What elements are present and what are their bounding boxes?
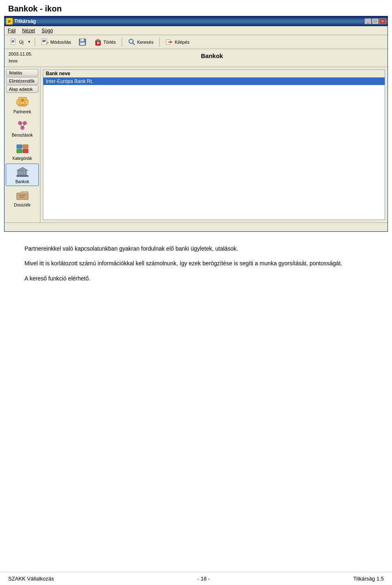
svg-rect-16	[81, 39, 82, 41]
menu-nezet[interactable]: Nézet	[20, 27, 36, 34]
title-bar: Titkárság _ □ ✕	[4, 16, 388, 26]
page-title: Bankok - ikon	[8, 4, 384, 13]
main-layout: Iktatás Elintézendők Alap adatok	[4, 67, 388, 222]
search-icon	[128, 38, 136, 46]
svg-rect-2	[8, 21, 11, 22]
delete-icon	[94, 38, 102, 46]
partnerek-label: Partnerek	[13, 110, 31, 114]
exit-icon	[165, 38, 174, 46]
bankok-icon	[15, 166, 30, 179]
svg-rect-7	[12, 41, 14, 42]
beosztások-label: Beosztások	[12, 133, 33, 137]
modify-button[interactable]: Módosítás	[38, 37, 74, 47]
svg-rect-31	[17, 100, 20, 105]
delete-button[interactable]: Törlés	[91, 37, 119, 47]
footer-left: SZAKK Vállalkozás	[8, 576, 54, 582]
svg-rect-40	[17, 149, 22, 153]
svg-rect-1	[8, 20, 11, 21]
search-button[interactable]: Keresés	[125, 37, 156, 47]
svg-rect-39	[17, 145, 22, 148]
modify-label: Módosítás	[50, 40, 71, 45]
svg-rect-11	[42, 41, 46, 41]
svg-rect-32	[25, 100, 28, 105]
sidebar-item-alap-adatok[interactable]: Alap adatok	[6, 85, 38, 93]
svg-rect-8	[12, 42, 13, 43]
sidebar-item-alap-adatok-label: Alap adatok	[9, 87, 33, 92]
bank-list-panel: Bank neve Inter-Európa Bank Rt.	[43, 69, 385, 220]
dossziék-icon	[15, 189, 30, 202]
sidebar-item-elintézendők[interactable]: Elintézendők	[6, 77, 38, 85]
menu-sugo[interactable]: Súgó	[40, 27, 55, 34]
delete-label: Törlés	[103, 40, 116, 45]
svg-marker-13	[47, 41, 48, 45]
svg-point-30	[21, 99, 24, 102]
svg-rect-41	[23, 145, 28, 148]
description-paragraph-1: Partnereinkkel való kapcsolatunkban gyak…	[24, 244, 368, 253]
svg-rect-23	[98, 42, 99, 44]
exit-button[interactable]: Kilépés	[163, 37, 192, 47]
sidebar-item-kategóriák[interactable]: Kategóriák	[6, 140, 39, 163]
user-display: Imre	[9, 58, 32, 65]
new-label: Új	[19, 40, 23, 45]
menu-bar: Fájl Nézet Súgó	[4, 26, 388, 35]
bank-list-header: Bank neve	[43, 70, 385, 78]
section-title: Bankok	[40, 51, 383, 59]
kategóriák-icon	[15, 142, 30, 155]
window-title: Titkárság	[14, 18, 36, 24]
footer-right: Titkárság 1.5	[353, 576, 384, 582]
toolbar: Új ▼ Módosítás	[4, 35, 388, 49]
restore-button[interactable]: □	[372, 18, 379, 24]
sidebar-item-dossziék[interactable]: Dossziék	[6, 187, 39, 209]
bank-list-item[interactable]: Inter-Európa Bank Rt.	[43, 78, 385, 85]
svg-rect-12	[42, 42, 45, 42]
content-header: 2003.11.05. Imre Bankok	[4, 49, 388, 67]
partnerek-icon	[15, 96, 30, 109]
beosztások-icon	[15, 119, 30, 132]
svg-rect-45	[20, 170, 22, 175]
kategóriák-label: Kategóriák	[13, 156, 32, 161]
description-paragraph-3: A kereső funkció elérhető.	[24, 274, 368, 283]
new-icon	[10, 38, 18, 46]
svg-marker-43	[17, 167, 28, 170]
close-button[interactable]: ✕	[379, 18, 386, 24]
app-window: Titkárság _ □ ✕ Fájl Nézet Súgó	[4, 16, 388, 232]
minimize-button[interactable]: _	[365, 18, 371, 24]
sidebar-item-bankok[interactable]: Bankok	[6, 164, 39, 186]
sidebar-item-iktatás[interactable]: Iktatás	[6, 69, 38, 76]
svg-line-25	[133, 43, 135, 45]
svg-rect-50	[19, 197, 24, 197]
separator-2	[122, 37, 122, 47]
dossziék-label: Dossziék	[14, 203, 31, 207]
save-icon	[78, 38, 87, 46]
modify-icon	[41, 38, 49, 46]
svg-rect-6	[12, 40, 14, 41]
sidebar-item-partnerek[interactable]: Partnerek	[6, 94, 39, 116]
sidebar-item-elintézendők-label: Elintézendők	[9, 78, 35, 83]
svg-rect-48	[17, 175, 28, 177]
date-display: 2003.11.05.	[9, 51, 32, 58]
menu-fajl[interactable]: Fájl	[6, 27, 17, 34]
sidebar: Iktatás Elintézendők Alap adatok	[4, 67, 40, 222]
description-paragraph-2: Mivel itt is korlátozott számú informáci…	[24, 259, 368, 268]
svg-rect-42	[23, 149, 28, 153]
date-user-block: 2003.11.05. Imre	[9, 51, 32, 64]
bankok-label: Bankok	[16, 179, 29, 184]
svg-rect-10	[42, 40, 46, 40]
svg-rect-47	[25, 170, 27, 175]
separator-1	[35, 37, 35, 47]
search-label: Keresés	[137, 40, 154, 45]
status-bar	[4, 222, 388, 231]
new-button[interactable]: Új	[7, 37, 26, 47]
svg-rect-49	[19, 195, 26, 196]
sidebar-item-beosztások[interactable]: Beosztások	[6, 117, 39, 139]
exit-label: Kilépés	[175, 40, 189, 45]
new-dropdown-arrow[interactable]: ▼	[26, 39, 32, 45]
svg-point-24	[129, 39, 133, 43]
svg-rect-46	[22, 170, 24, 175]
svg-rect-3	[8, 22, 10, 22]
description-section: Partnereinkkel való kapcsolatunkban gyak…	[0, 232, 392, 297]
app-icon	[6, 18, 13, 25]
content-area: Bank neve Inter-Európa Bank Rt.	[40, 67, 388, 222]
save-button[interactable]	[76, 37, 89, 47]
separator-3	[159, 37, 160, 47]
